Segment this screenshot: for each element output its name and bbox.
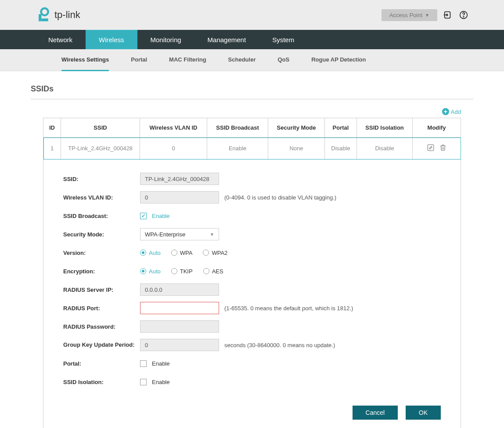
checkbox-portal-label: Enable (152, 360, 169, 367)
ssid-form: SSID: Wireless VLAN ID: (0-4094. 0 is us… (43, 160, 461, 428)
cancel-button[interactable]: Cancel (353, 406, 398, 420)
subnav-scheduler[interactable]: Scheduler (228, 49, 256, 71)
checkbox-isolation-label: Enable (152, 379, 169, 385)
label-radius-pw: RADIUS Password: (63, 323, 140, 330)
input-vlan[interactable] (140, 191, 219, 203)
radio-enc-tkip[interactable]: TKIP (171, 268, 193, 275)
label-gkup: Group Key Update Period: (63, 341, 140, 349)
mode-label: Access Point (389, 12, 422, 18)
svg-rect-2 (41, 18, 48, 21)
help-icon[interactable] (458, 10, 469, 20)
svg-point-0 (41, 8, 48, 15)
th-portal: Portal (324, 118, 356, 138)
tplink-logo-icon (35, 7, 51, 23)
logo: tp-link (35, 7, 80, 23)
checkbox-broadcast[interactable]: ✓ (140, 213, 147, 219)
radio-version-auto[interactable]: Auto (140, 250, 161, 256)
select-security-mode[interactable]: WPA-Enterprise ▼ (140, 228, 219, 240)
radio-enc-auto[interactable]: Auto (140, 268, 161, 275)
label-isolation: SSID Isolation: (63, 379, 140, 385)
svg-rect-1 (39, 14, 41, 21)
delete-icon[interactable] (439, 144, 447, 153)
checkbox-portal[interactable] (140, 360, 147, 367)
th-ssid: SSID (61, 118, 140, 138)
radio-version-wpa2[interactable]: WPA2 (203, 250, 227, 256)
logout-icon[interactable] (443, 10, 453, 20)
cell-broadcast: Enable (207, 138, 268, 160)
add-ssid-button[interactable]: + Add (442, 108, 461, 115)
cell-isolation: Disable (357, 138, 413, 160)
label-radius-ip: RADIUS Server IP: (63, 287, 140, 293)
cell-ssid: TP-Link_2.4GHz_000428 (61, 138, 140, 160)
section-title: SSIDs (31, 84, 473, 99)
main-nav: Network Wireless Monitoring Management S… (0, 30, 504, 49)
ssid-table: ID SSID Wireless VLAN ID SSID Broadcast … (43, 118, 461, 160)
label-encryption: Encryption: (63, 268, 140, 275)
chevron-down-icon: ▼ (210, 232, 214, 237)
nav-monitoring[interactable]: Monitoring (137, 30, 194, 49)
nav-network[interactable]: Network (35, 30, 86, 49)
label-broadcast: SSID Broadcast: (63, 213, 140, 219)
helper-vlan: (0-4094. 0 is used to disable VLAN taggi… (224, 194, 336, 201)
add-label: Add (451, 109, 461, 115)
th-broadcast: SSID Broadcast (207, 118, 268, 138)
nav-management[interactable]: Management (194, 30, 259, 49)
helper-gkup: seconds (30-8640000. 0 means no update.) (224, 342, 335, 348)
topbar-actions: Access Point ▼ (382, 9, 469, 21)
input-ssid[interactable] (140, 173, 219, 185)
cell-security: None (268, 138, 325, 160)
nav-system[interactable]: System (259, 30, 307, 49)
label-version: Version: (63, 250, 140, 256)
radio-version-wpa[interactable]: WPA (171, 250, 193, 256)
content: SSIDs + Add ID SSID Wireless VLAN ID SSI… (0, 71, 504, 428)
subnav-mac-filtering[interactable]: MAC Filtering (169, 49, 206, 71)
label-security: Security Mode: (63, 231, 140, 238)
th-isolation: SSID Isolation (357, 118, 413, 138)
th-security: Security Mode (268, 118, 325, 138)
input-radius-password[interactable] (140, 320, 219, 333)
brand-text: tp-link (54, 9, 80, 21)
edit-icon[interactable] (427, 144, 435, 153)
cell-portal: Disable (324, 138, 356, 160)
input-gkup[interactable] (140, 339, 219, 351)
input-radius-port[interactable] (140, 302, 219, 314)
checkbox-broadcast-label: Enable (152, 213, 169, 219)
input-radius-ip[interactable] (140, 283, 219, 296)
subnav-rogue-ap[interactable]: Rogue AP Detection (311, 49, 366, 71)
subnav-qos[interactable]: QoS (277, 49, 289, 71)
radio-enc-aes[interactable]: AES (203, 268, 223, 275)
subnav-portal[interactable]: Portal (131, 49, 147, 71)
plus-icon: + (442, 108, 449, 115)
svg-point-5 (463, 16, 464, 17)
mode-selector[interactable]: Access Point ▼ (382, 9, 437, 21)
cell-id: 1 (43, 138, 61, 160)
select-security-value: WPA-Enterprise (145, 231, 185, 238)
th-modify: Modify (413, 118, 461, 138)
label-portal: Portal: (63, 360, 140, 367)
th-id: ID (43, 118, 61, 138)
ok-button[interactable]: OK (406, 406, 441, 420)
cell-vlan: 0 (140, 138, 207, 160)
subnav-wireless-settings[interactable]: Wireless Settings (61, 49, 109, 71)
nav-wireless[interactable]: Wireless (86, 30, 137, 49)
th-vlan: Wireless VLAN ID (140, 118, 207, 138)
svg-rect-6 (428, 145, 434, 151)
table-row[interactable]: 1 TP-Link_2.4GHz_000428 0 Enable None Di… (43, 138, 461, 160)
helper-radius-port: (1-65535. 0 means the default port, whic… (224, 305, 353, 312)
label-radius-port: RADIUS Port: (63, 305, 140, 312)
label-ssid: SSID: (63, 176, 140, 182)
sub-nav: Wireless Settings Portal MAC Filtering S… (0, 49, 504, 71)
checkbox-isolation[interactable] (140, 379, 147, 385)
topbar: tp-link Access Point ▼ (0, 0, 504, 30)
chevron-down-icon: ▼ (425, 13, 429, 18)
label-vlan: Wireless VLAN ID: (63, 194, 140, 201)
